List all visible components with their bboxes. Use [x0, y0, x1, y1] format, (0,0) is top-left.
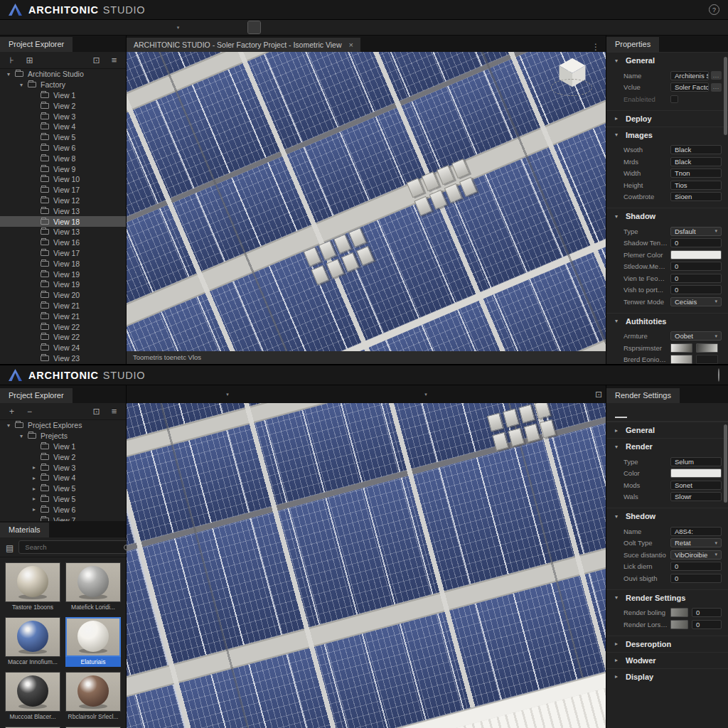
- property-input[interactable]: 0: [670, 562, 722, 571]
- open-folder-icon[interactable]: [10, 21, 22, 33]
- arc-left-icon[interactable]: [343, 388, 355, 400]
- menu-icon[interactable]: [109, 55, 119, 65]
- tree-item[interactable]: Prejects: [0, 431, 126, 441]
- tree-item[interactable]: View 18: [0, 216, 126, 227]
- doc-grid-icon[interactable]: [58, 21, 70, 33]
- tree-item[interactable]: View 12: [0, 196, 126, 206]
- move-diamond-icon[interactable]: [285, 21, 297, 33]
- link-node-icon[interactable]: [6, 55, 17, 65]
- section-header[interactable]: Deseroption: [606, 636, 728, 652]
- help-icon[interactable]: [709, 4, 719, 15]
- folder-icon[interactable]: [28, 21, 41, 33]
- tab-materials[interactable]: Materials: [0, 523, 49, 537]
- toolbar-icon[interactable]: [47, 21, 51, 33]
- property-dropdown[interactable]: Dsfault▾: [670, 227, 722, 236]
- property-input[interactable]: Slowr: [670, 492, 722, 501]
- lasso-icon[interactable]: [324, 388, 336, 400]
- tree-item[interactable]: View 7: [0, 515, 126, 521]
- section-header-render[interactable]: Render: [606, 438, 728, 454]
- ellipsis-button[interactable]: [711, 71, 722, 80]
- gradient-swatch[interactable]: [670, 608, 688, 617]
- clipboard-icon[interactable]: [287, 388, 299, 400]
- property-input[interactable]: A8S4:: [670, 527, 722, 536]
- view-gizmo[interactable]: [550, 56, 594, 97]
- search-box[interactable]: [18, 540, 134, 554]
- render-quality-icon[interactable]: [659, 406, 671, 418]
- close-icon[interactable]: ×: [349, 41, 353, 49]
- warning-triangle-icon[interactable]: [267, 21, 279, 33]
- layers-icon[interactable]: [6, 541, 14, 554]
- tree-item[interactable]: View 19: [0, 279, 126, 290]
- tree-item[interactable]: View 1: [0, 441, 126, 452]
- tree-item[interactable]: Architonic Studio: [0, 69, 126, 80]
- add-document-icon[interactable]: [24, 55, 35, 65]
- property-input[interactable]: 0: [670, 285, 722, 294]
- tree-chevron-icon[interactable]: [20, 433, 28, 439]
- property-number[interactable]: 0: [692, 620, 722, 629]
- viewport-canvas[interactable]: [127, 52, 606, 351]
- boxed-dot-icon[interactable]: [219, 21, 231, 33]
- image-frame-icon[interactable]: [425, 21, 437, 33]
- image-dropdown-icon[interactable]: [419, 388, 432, 400]
- property-input[interactable]: 0: [670, 262, 722, 271]
- toolbar-icon[interactable]: [409, 388, 413, 400]
- tree-item[interactable]: View 13: [0, 205, 126, 216]
- toolbar-icon[interactable]: [95, 21, 99, 33]
- tree-chevron-icon[interactable]: [33, 486, 41, 492]
- tree-item[interactable]: View 3: [0, 462, 126, 473]
- add-icon[interactable]: [6, 407, 17, 417]
- tree-item[interactable]: View 8: [0, 153, 126, 164]
- tree-item[interactable]: View 17: [0, 185, 126, 196]
- zoom-icon[interactable]: [407, 21, 419, 33]
- tree-item[interactable]: View 2: [0, 451, 126, 462]
- frame-icon[interactable]: [467, 388, 479, 400]
- toolbar-icon[interactable]: [438, 388, 442, 400]
- settings-gear-icon[interactable]: [486, 388, 498, 400]
- section-header-general[interactable]: General: [606, 52, 728, 68]
- split-panel-icon[interactable]: [248, 21, 260, 33]
- gradient-swatch[interactable]: [670, 620, 688, 629]
- section-header-render-settings[interactable]: Render Settings: [606, 589, 728, 606]
- document-tab[interactable]: ARCHITONIC STUDIO - Soler Factory Projec…: [127, 38, 360, 52]
- toolbar-icon[interactable]: [240, 388, 244, 400]
- tree-item[interactable]: View 22: [0, 321, 126, 332]
- menu-icon[interactable]: [109, 406, 119, 417]
- material-item[interactable]: Muccoat Blacer...: [5, 672, 60, 722]
- kebab-menu-icon[interactable]: ⋮: [586, 42, 606, 52]
- tab-properties[interactable]: Properties: [606, 37, 659, 52]
- node-path-icon[interactable]: [304, 21, 316, 33]
- material-item[interactable]: Maccar Innofium...: [5, 617, 60, 667]
- render-layers-icon[interactable]: [615, 406, 627, 418]
- gradient-swatch-2[interactable]: [696, 355, 718, 364]
- panel-copy-icon[interactable]: [322, 21, 334, 33]
- section-header-authorities[interactable]: Authitoties: [606, 313, 728, 329]
- tree-item[interactable]: View 5: [0, 494, 126, 505]
- property-input[interactable]: Architenis Studio: [670, 71, 709, 80]
- scrollbar[interactable]: [724, 57, 727, 135]
- section-header-shadow[interactable]: Shadow: [606, 208, 728, 224]
- tree-chevron-icon[interactable]: [7, 71, 15, 77]
- section-header-general[interactable]: General: [606, 422, 728, 438]
- property-number[interactable]: 0: [692, 608, 722, 617]
- property-input[interactable]: Soler Factory Pro,: [670, 82, 709, 92]
- section-header[interactable]: Display: [606, 668, 728, 685]
- globe-icon[interactable]: [370, 21, 382, 33]
- render-env-icon[interactable]: [637, 406, 649, 418]
- tree-item[interactable]: View 9: [0, 164, 126, 174]
- frame-icon[interactable]: [91, 407, 102, 417]
- link-icon[interactable]: [390, 388, 402, 400]
- crop-icon[interactable]: [153, 21, 165, 33]
- property-input[interactable]: Selum: [670, 457, 722, 466]
- tab-project-explorer[interactable]: Project Explorer: [0, 37, 73, 52]
- material-item[interactable]: Matefick Loridi...: [65, 562, 121, 612]
- pin-icon[interactable]: [200, 21, 213, 33]
- section-header-shadow[interactable]: Shedow: [606, 508, 728, 524]
- tree-item[interactable]: View 21: [0, 301, 126, 311]
- property-dropdown[interactable]: Ceciais▾: [670, 297, 722, 306]
- undo-icon[interactable]: [105, 21, 117, 33]
- tree-chevron-icon[interactable]: [33, 475, 41, 481]
- tree-item[interactable]: View 4: [0, 122, 126, 132]
- toolbar-icon[interactable]: [359, 21, 363, 33]
- arc-right-icon[interactable]: [361, 388, 373, 400]
- tree-item[interactable]: View 3: [0, 111, 126, 122]
